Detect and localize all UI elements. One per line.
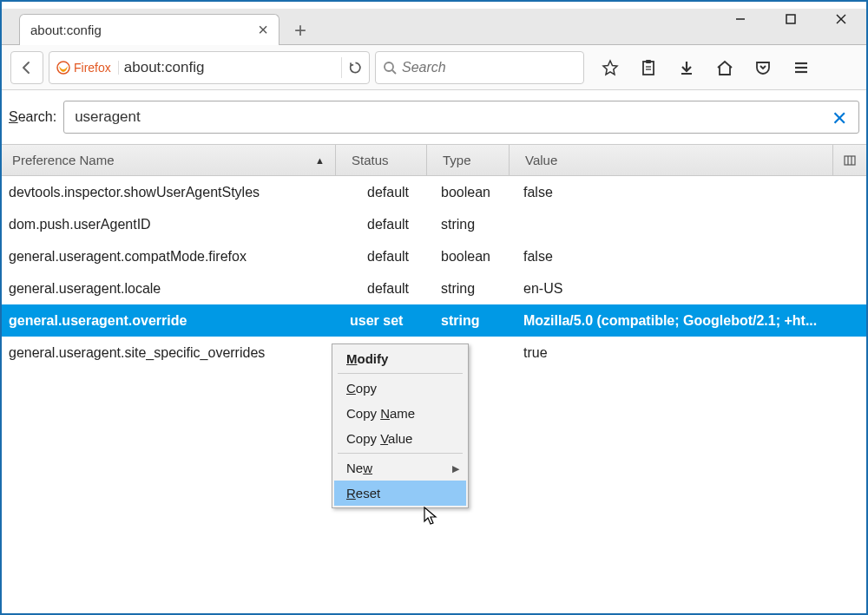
- sort-arrow-icon: ▲: [315, 155, 325, 166]
- new-tab-button[interactable]: +: [286, 16, 314, 44]
- window-controls: [715, 2, 866, 36]
- column-picker-icon[interactable]: [833, 145, 866, 175]
- bookmark-star-icon[interactable]: [593, 51, 628, 84]
- nav-toolbar: Firefox: [2, 45, 866, 90]
- cell-name: general.useragent.locale: [2, 281, 336, 297]
- cell-status: default: [336, 217, 427, 232]
- cell-name: general.useragent.compatMode.firefox: [2, 249, 336, 265]
- menu-copy-value[interactable]: Copy Value: [334, 426, 466, 451]
- menu-copy-name[interactable]: Copy Name: [334, 401, 466, 426]
- cell-status: default: [336, 281, 427, 297]
- minimize-button[interactable]: [715, 2, 766, 36]
- svg-rect-15: [845, 156, 855, 165]
- menu-reset[interactable]: Reset: [334, 481, 466, 506]
- back-button[interactable]: [10, 51, 43, 84]
- svg-rect-8: [646, 60, 651, 63]
- table-header: Preference Name ▲ Status Type Value: [2, 145, 866, 176]
- col-preference-name[interactable]: Preference Name ▲: [2, 145, 336, 175]
- table-row[interactable]: general.useragent.overrideuser setstring…: [2, 304, 866, 337]
- cell-value: en-US: [510, 281, 866, 297]
- svg-line-6: [392, 70, 396, 74]
- downloads-icon[interactable]: [669, 51, 704, 84]
- cell-value: Mozilla/5.0 (compatible; Googlebot/2.1; …: [510, 313, 866, 329]
- reload-button[interactable]: [341, 57, 362, 78]
- menu-new[interactable]: New▶: [334, 455, 466, 481]
- cell-type: string: [427, 281, 510, 297]
- menu-copy[interactable]: Copy: [334, 376, 466, 401]
- cell-type: boolean: [427, 185, 510, 200]
- cell-value: true: [510, 345, 866, 361]
- table-row[interactable]: devtools.inspector.showUserAgentStylesde…: [2, 176, 866, 208]
- svg-rect-1: [786, 15, 795, 23]
- home-icon[interactable]: [707, 51, 742, 84]
- col-type[interactable]: Type: [427, 145, 510, 175]
- cell-name: devtools.inspector.showUserAgentStyles: [2, 185, 336, 200]
- config-search-row: Search: ✕: [2, 90, 866, 144]
- cell-status: default: [336, 249, 427, 265]
- context-menu: Modify Copy Copy Name Copy Value New▶ Re…: [332, 343, 469, 508]
- identity-text: Firefox: [74, 61, 111, 75]
- cell-name: general.useragent.site_specific_override…: [2, 345, 336, 361]
- menu-separator: [338, 453, 463, 454]
- config-search-label: Search:: [9, 109, 56, 125]
- menu-separator: [338, 373, 463, 374]
- cell-value: false: [510, 249, 866, 265]
- firefox-icon: [56, 61, 70, 75]
- cell-status: default: [336, 185, 427, 200]
- search-input[interactable]: [402, 60, 576, 75]
- close-button[interactable]: [816, 2, 866, 36]
- cell-type: string: [427, 313, 510, 329]
- tab-title: about:config: [30, 23, 251, 37]
- url-bar[interactable]: Firefox: [49, 51, 370, 84]
- url-input[interactable]: [124, 59, 336, 76]
- pocket-icon[interactable]: [746, 51, 780, 84]
- table-row[interactable]: general.useragent.compatMode.firefoxdefa…: [2, 240, 866, 272]
- menu-icon[interactable]: [784, 51, 819, 84]
- svg-rect-7: [643, 62, 654, 75]
- chevron-right-icon: ▶: [452, 462, 459, 474]
- search-bar[interactable]: [375, 51, 584, 84]
- table-row[interactable]: dom.push.userAgentIDdefaultstring: [2, 208, 866, 240]
- content-area: Search: ✕ Preference Name ▲ Status Type …: [2, 90, 866, 613]
- cell-value: false: [510, 185, 866, 200]
- search-icon: [383, 61, 397, 75]
- identity-box[interactable]: Firefox: [56, 61, 119, 75]
- svg-point-5: [385, 62, 393, 71]
- cell-type: boolean: [427, 249, 510, 265]
- table-body: devtools.inspector.showUserAgentStylesde…: [2, 176, 866, 369]
- menu-modify[interactable]: Modify: [334, 346, 466, 371]
- col-value[interactable]: Value: [510, 145, 833, 175]
- toolbar-icons: [593, 51, 819, 84]
- clear-search-icon[interactable]: ✕: [832, 108, 847, 130]
- config-search-input[interactable]: [63, 101, 859, 134]
- cell-name: dom.push.userAgentID: [2, 217, 336, 232]
- clipboard-icon[interactable]: [631, 51, 666, 84]
- tab-close-icon[interactable]: ×: [258, 20, 268, 40]
- cell-name: general.useragent.override: [2, 313, 336, 329]
- tab-active[interactable]: about:config ×: [19, 14, 279, 45]
- maximize-button[interactable]: [766, 2, 816, 36]
- cell-status: user set: [336, 313, 427, 329]
- col-status[interactable]: Status: [336, 145, 427, 175]
- table-row[interactable]: general.useragent.localedefaultstringen-…: [2, 272, 866, 304]
- cell-type: string: [427, 217, 510, 232]
